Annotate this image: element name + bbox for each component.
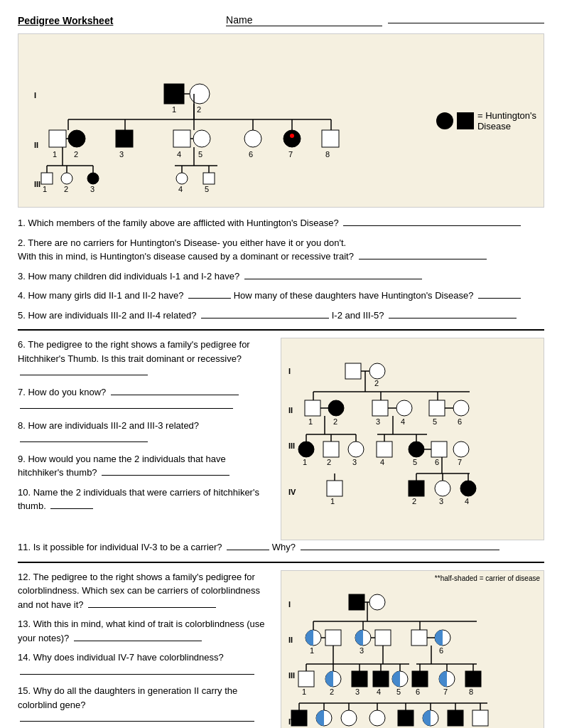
- h-i2-ci: [369, 363, 385, 379]
- h-ii5-sq: [429, 400, 445, 416]
- c-iv2-half: [316, 710, 324, 726]
- q8-answer[interactable]: [20, 441, 148, 442]
- question-1: 1. Which members of the family above are…: [18, 216, 544, 230]
- gen-iii-label: III: [34, 180, 40, 188]
- hitchhiker-questions: 6. The pedigree to the right shows a fam…: [18, 338, 274, 540]
- pedigree-1-svg: I 1 2 II 1 2 3 4 5: [26, 41, 395, 198]
- hitchhiker-pedigree: I 2 II 1 2 3: [281, 338, 544, 540]
- question-12: 12. The pedigree to the right shows a fa…: [18, 570, 274, 612]
- c-gen-i: I: [288, 600, 291, 609]
- q3-answer[interactable]: [244, 279, 422, 279]
- gen-ii-label: II: [34, 141, 38, 149]
- iii3-label: 3: [90, 185, 94, 193]
- ii6-label: 6: [249, 150, 253, 159]
- section-colorblind: 12. The pedigree to the right shows a fa…: [18, 570, 544, 729]
- h-ii4-ci: [396, 400, 412, 416]
- q4b-answer[interactable]: [478, 298, 521, 299]
- legend-circle: [436, 112, 453, 129]
- c-i1-sq: [349, 594, 364, 610]
- question-3: 3. How many children did individuals I-1…: [18, 269, 544, 284]
- iii5-square: [203, 173, 215, 184]
- ii7-circle: [283, 130, 301, 147]
- c-iv8-sq: [472, 710, 488, 726]
- q13-answer[interactable]: [74, 641, 202, 641]
- q11b-answer[interactable]: [301, 550, 499, 550]
- ii2-label: 2: [74, 150, 78, 159]
- q14-answer[interactable]: [20, 674, 254, 675]
- question-14: 14. Why does individual IV-7 have colorb…: [18, 651, 274, 678]
- c-ii1-lbl: 1: [310, 646, 314, 655]
- q15-answer[interactable]: [20, 721, 254, 722]
- c-iv3-ci: [341, 710, 357, 726]
- colorblind-legend: **half-shaded = carrier of disease: [285, 574, 540, 582]
- q2-answer[interactable]: [359, 259, 487, 259]
- h-i1-sq: [345, 363, 361, 379]
- pedigree-1: I 1 2 II 1 2 3 4 5: [18, 33, 544, 208]
- name-label: Name: [223, 14, 544, 26]
- c-iii2-half: [325, 671, 333, 687]
- ii2-circle: [68, 130, 85, 147]
- c-iii3-lbl: 3: [355, 687, 360, 696]
- q1-answer[interactable]: [343, 225, 521, 226]
- c-ii6-half: [435, 630, 443, 646]
- h-ii2-lbl: 2: [333, 417, 337, 426]
- ii1-label: 1: [53, 150, 57, 159]
- h-iii7-ci: [453, 441, 469, 457]
- divider-2: [18, 562, 544, 563]
- h-iii6-sq: [431, 441, 447, 457]
- q5a-answer[interactable]: [201, 318, 329, 318]
- colorblind-questions: 12. The pedigree to the right shows a fa…: [18, 570, 274, 729]
- h-gen-ii: II: [288, 406, 293, 414]
- c-iii7-lbl: 7: [443, 687, 448, 696]
- gen-i-label: I: [34, 91, 36, 100]
- questions-1-5: 1. Which members of the family above are…: [18, 216, 544, 322]
- c-ii3-lbl: 3: [360, 646, 364, 655]
- h-ii3-lbl: 3: [376, 417, 380, 426]
- iii4-circle: [176, 173, 188, 184]
- c-iv1-sq: [291, 710, 307, 726]
- c-iii7-half: [439, 671, 447, 687]
- q5b-answer[interactable]: [389, 318, 517, 318]
- q12-answer[interactable]: [88, 607, 216, 608]
- question-7: 7. How do you know?: [18, 385, 274, 413]
- h-gen-i: I: [288, 367, 291, 375]
- h-ii2-ci: [328, 400, 344, 416]
- c-gen-ii: II: [288, 636, 293, 644]
- c-ii5-sq: [411, 630, 427, 646]
- q7-answer[interactable]: [111, 395, 239, 395]
- h-iv4-ci: [460, 481, 476, 496]
- iii1-label: 1: [43, 185, 47, 193]
- hitchhiker-pedigree-svg: I 2 II 1 2 3: [285, 342, 505, 534]
- c-ii3-half: [355, 630, 363, 646]
- h-iii6-lbl: 6: [435, 458, 439, 466]
- h-iii2-lbl: 2: [327, 458, 331, 466]
- c-iv5-sq: [398, 710, 414, 726]
- question-4: 4. How many girls did II-1 and II-2 have…: [18, 289, 544, 303]
- c-iii1-sq: [298, 671, 314, 687]
- h-gen-iv: IV: [288, 488, 296, 496]
- q9-answer[interactable]: [102, 475, 229, 476]
- q7-answer-2[interactable]: [20, 408, 233, 409]
- iii2-label: 2: [64, 185, 68, 193]
- question-6: 6. The pedigree to the right shows a fam…: [18, 338, 274, 380]
- h-iv2-sq: [409, 481, 424, 496]
- c-ii2-sq: [325, 630, 341, 646]
- h-iii5-ci: [409, 441, 424, 457]
- h-iv1-lbl: 1: [330, 497, 335, 505]
- c-iv7-sq: [448, 710, 463, 726]
- c-ii6-lbl: 6: [439, 646, 443, 655]
- ii7-red-dot: [290, 134, 294, 138]
- q10-answer[interactable]: [50, 508, 93, 509]
- c-iii6-lbl: 6: [416, 687, 420, 696]
- h-iii7-lbl: 7: [458, 458, 462, 466]
- q4a-answer[interactable]: [188, 298, 231, 299]
- ii5-circle: [193, 130, 210, 147]
- q6-answer[interactable]: [20, 375, 148, 375]
- q11-answer[interactable]: [227, 550, 269, 550]
- h-ii6-lbl: 6: [458, 417, 462, 426]
- h-gen-iii: III: [288, 441, 295, 450]
- h-iii3-ci: [348, 441, 364, 457]
- h-iii2-sq: [323, 441, 339, 457]
- question-5: 5. How are individuals III-2 and II-4 re…: [18, 309, 544, 323]
- c-iii2-lbl: 2: [330, 687, 334, 696]
